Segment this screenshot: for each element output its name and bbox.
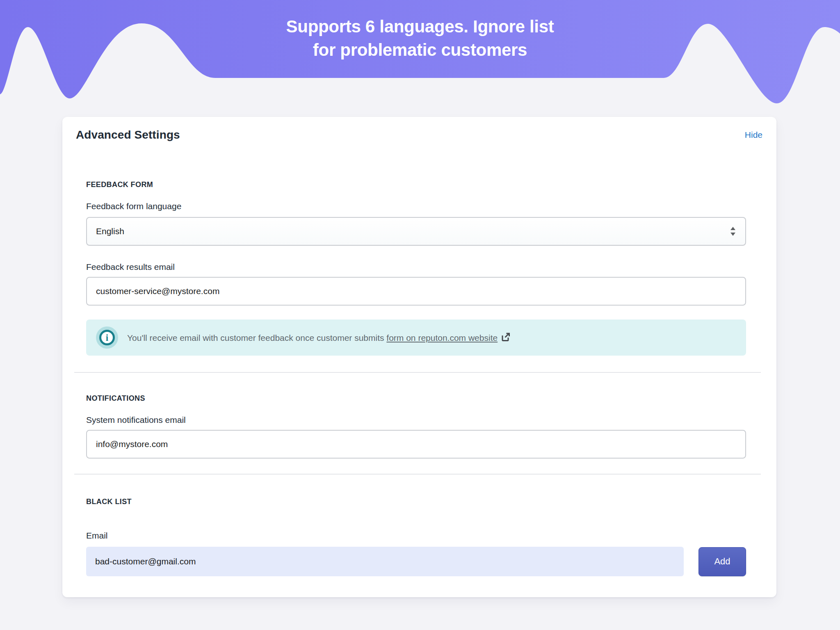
page: Supports 6 languages. Ignore list for pr… [0, 0, 840, 630]
language-select-value: English [96, 226, 124, 236]
section-notifications: NOTIFICATIONS System notifications email [62, 394, 776, 475]
section-feedback-form: FEEDBACK FORM Feedback form language Eng… [62, 180, 776, 373]
blacklist-email-label: Email [86, 531, 746, 541]
reputon-form-link[interactable]: form on reputon.com website [386, 333, 498, 342]
banner-line-1: Supports 6 languages. Ignore list [0, 15, 840, 38]
language-label: Feedback form language [86, 201, 746, 211]
add-button[interactable]: Add [698, 547, 746, 576]
system-email-input[interactable] [86, 430, 746, 459]
notifications-heading: NOTIFICATIONS [86, 394, 746, 403]
page-title: Advanced Settings [76, 128, 180, 142]
blacklist-email-input[interactable] [86, 547, 684, 576]
feedback-form-heading: FEEDBACK FORM [86, 180, 746, 189]
info-banner-text: You'll receive email with customer feedb… [127, 332, 511, 343]
card-header: Advanced Settings Hide [62, 117, 776, 142]
info-banner: i You'll receive email with customer fee… [86, 320, 746, 356]
hide-link[interactable]: Hide [745, 130, 762, 140]
info-icon: i [96, 326, 118, 349]
select-updown-icon [730, 226, 736, 237]
system-email-label: System notifications email [86, 415, 746, 425]
header-banner-text: Supports 6 languages. Ignore list for pr… [0, 15, 840, 62]
blacklist-row: Add [86, 547, 746, 576]
external-link-icon [501, 332, 511, 342]
advanced-settings-card: Advanced Settings Hide FEEDBACK FORM Fee… [62, 117, 776, 597]
banner-line-2: for problematic customers [0, 38, 840, 62]
results-email-input[interactable] [86, 277, 746, 306]
section-black-list: BLACK LIST Email Add [62, 498, 776, 576]
language-select[interactable]: English [86, 217, 746, 246]
section-divider [74, 372, 761, 373]
results-email-label: Feedback results email [86, 262, 746, 272]
section-divider [74, 474, 761, 475]
black-list-heading: BLACK LIST [86, 498, 746, 506]
